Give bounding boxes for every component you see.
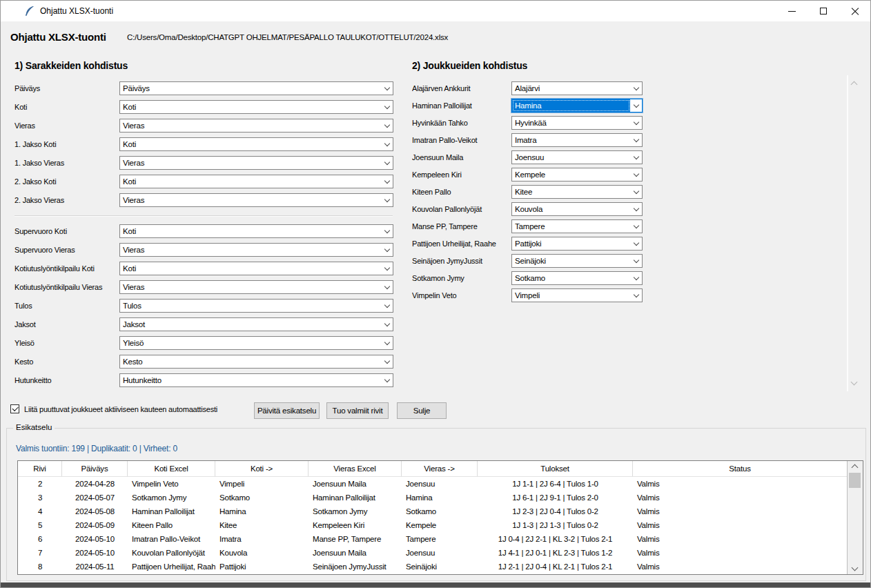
main-scrollbar[interactable] [847,75,861,391]
table-cell: 5 [18,518,62,532]
field-label: Imatran Pallo-Veikot [412,133,511,147]
scroll-down-icon[interactable] [852,565,859,571]
table-header-cell[interactable]: Koti -> [215,461,309,476]
table-scrollbar[interactable] [848,461,863,574]
field-combobox[interactable]: Hutunkeitto [119,373,393,387]
field-combobox[interactable]: Kempele [511,168,643,182]
import-ready-rows-button[interactable]: Tuo valmiit rivit [326,402,389,419]
scroll-down-icon[interactable] [851,379,858,386]
field-label: Haminan Palloilijat [412,99,511,112]
auto-add-checkbox[interactable] [10,404,19,413]
field-row: Supervuoro KotiKoti [14,224,393,238]
field-combobox[interactable]: Vieras [119,280,393,294]
combobox-value: Hamina [512,99,630,112]
table-cell: Sotkamon Jymy [309,504,402,518]
field-label: Supervuoro Koti [14,224,119,238]
table-header-cell[interactable]: Vieras -> [402,461,478,476]
field-label: Kempeleen Kiri [412,168,511,182]
table-cell: Pattijoki [215,560,309,574]
close-dialog-button[interactable]: Sulje [397,402,447,419]
update-preview-button[interactable]: Päivitä esikatselu [254,402,320,419]
field-label: 2. Jakso Vieras [14,193,119,207]
field-label: Kotiutuslyöntikilpailu Vieras [14,280,119,294]
table-cell: Valmis [633,518,847,532]
table-cell: Imatran Pallo-Veikot [128,532,215,546]
field-row: 2. Jakso VierasVieras [14,193,393,207]
field-combobox[interactable]: Sotkamo [511,271,643,285]
field-combobox[interactable]: Koti [119,262,393,275]
table-row[interactable]: 32024-05-07Sotkamon JymySotkamoHaminan P… [18,491,847,504]
titlebar[interactable]: Ohjattu XLSX-tuonti [1,1,870,21]
table-row[interactable]: 52024-05-09Kiteen PalloKiteeKempeleen Ki… [18,518,847,532]
table-cell: Valmis [633,504,847,518]
combobox-value: Hyvinkää [512,117,630,129]
field-label: Manse PP, Tampere [412,219,511,233]
maximize-button[interactable] [808,1,839,21]
field-row: Vimpelin VetoVimpeli [412,288,643,302]
combobox-value: Kitee [512,186,630,198]
field-label: Yleisö [14,336,119,350]
field-combobox[interactable]: Koti [119,137,393,151]
chevron-down-icon [381,374,393,386]
close-button[interactable] [839,1,871,21]
table-cell: Kempele [402,518,478,532]
table-row[interactable]: 72024-05-10Kouvolan PallonlyöjätKouvolaJ… [18,546,847,560]
field-combobox[interactable]: Tulos [119,299,393,313]
field-row: 1. Jakso KotiKoti [14,137,393,151]
table-row[interactable]: 82024-05-11Pattijoen Urheilijat, RaahePa… [18,560,847,574]
window-title: Ohjattu XLSX-tuonti [40,1,113,21]
field-combobox[interactable]: Yleisö [119,336,393,350]
scroll-up-icon[interactable] [852,464,859,471]
table-cell: Sotkamon Jymy [128,491,215,504]
table-row[interactable]: 22024-04-28Vimpelin VetoVimpeliJoensuun … [18,477,847,491]
scroll-up-icon[interactable] [851,81,858,88]
field-combobox[interactable]: Tampere [511,219,643,233]
combobox-value: Koti [120,225,381,237]
table-row[interactable]: 42024-05-08Haminan PalloilijatHaminaSotk… [18,504,847,518]
field-combobox[interactable]: Imatra [511,133,643,147]
field-label: Hutunkeitto [14,373,119,387]
field-combobox[interactable]: Kouvola [511,202,643,216]
field-combobox[interactable]: Koti [119,224,393,238]
table-cell: Sotkamo [402,504,478,518]
field-combobox[interactable]: Pattijoki [511,237,643,251]
field-label: Joensuun Maila [412,150,511,164]
table-cell: Imatra [215,532,309,546]
close-icon [850,6,860,16]
field-combobox[interactable]: Vieras [119,156,393,170]
field-combobox[interactable]: Vieras [119,193,393,207]
field-combobox[interactable]: Vimpeli [511,288,643,302]
field-row: Manse PP, TampereTampere [412,219,643,233]
field-combobox[interactable]: Kesto [119,355,393,369]
chevron-down-icon [381,337,393,349]
table-header-cell[interactable]: Tulokset [478,461,633,476]
combobox-value: Imatra [512,134,630,146]
field-row: Kotiutuslyöntikilpailu VierasVieras [14,280,393,294]
minimize-button[interactable] [776,1,808,21]
table-row[interactable]: 62024-05-10Imatran Pallo-VeikotImatraMan… [18,532,847,546]
scrollbar-thumb[interactable] [849,473,861,488]
field-combobox[interactable]: Hamina [511,99,643,112]
table-header-cell[interactable]: Vieras Excel [309,461,402,476]
table-header-cell[interactable]: Päiväys [62,461,128,476]
field-combobox[interactable]: Alajärvi [511,81,643,95]
field-combobox[interactable]: Vieras [119,243,393,257]
table-header-cell[interactable]: Koti Excel [128,461,215,476]
field-combobox[interactable]: Joensuu [511,150,643,164]
table-cell: Seinäjoen JymyJussit [309,560,402,574]
field-combobox[interactable]: Jaksot [119,317,393,331]
field-combobox[interactable]: Kitee [511,185,643,199]
field-combobox[interactable]: Koti [119,100,393,114]
table-header-cell[interactable]: Status [633,461,847,476]
table-header-cell[interactable]: Rivi [18,461,62,476]
chevron-down-icon [381,318,393,331]
field-combobox[interactable]: Vieras [119,119,393,133]
field-combobox[interactable]: Seinäjoki [511,254,643,268]
chevron-down-icon [381,355,393,368]
field-combobox[interactable]: Hyvinkää [511,116,643,130]
field-row: VierasVieras [14,119,393,133]
field-combobox[interactable]: Päiväys [119,81,393,95]
chevron-down-icon [381,262,393,275]
field-combobox[interactable]: Koti [119,175,393,188]
table-cell: 2024-04-28 [62,477,128,491]
